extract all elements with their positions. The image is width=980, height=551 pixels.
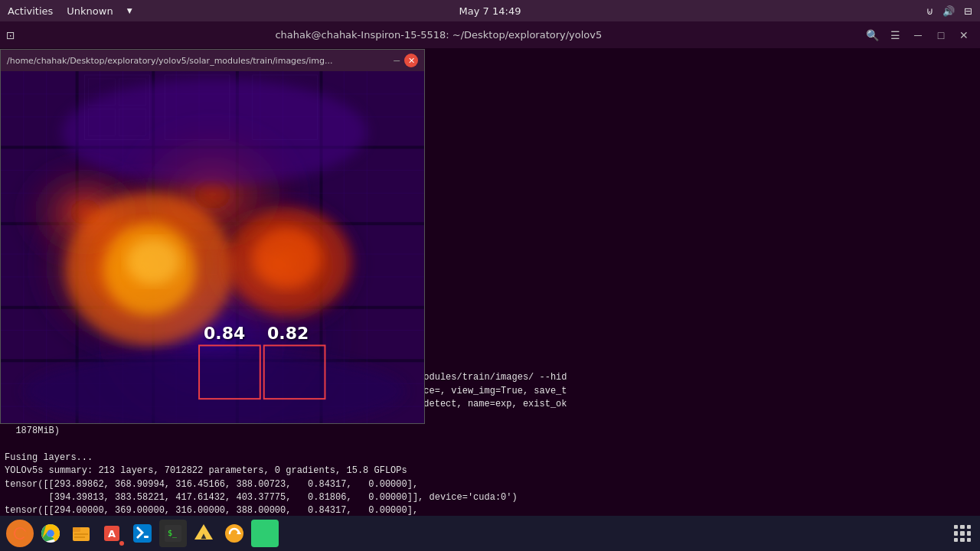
- svg-point-38: [253, 227, 322, 289]
- terminal-titlebar: ⊡ chahak@chahak-Inspiron-15-5518: ~/Desk…: [0, 21, 980, 49]
- battery-icon[interactable]: ⊟: [964, 5, 972, 17]
- conda-icon: ▲: [193, 523, 214, 544]
- svg-point-53: [47, 530, 54, 536]
- terminal-title: chahak@chahak-Inspiron-15-5518: ~/Deskto…: [15, 29, 862, 41]
- taskbar-conda[interactable]: ▲: [190, 520, 217, 547]
- taskbar-update[interactable]: [220, 520, 248, 547]
- app-dropdown-arrow[interactable]: ▼: [127, 7, 132, 15]
- taskbar-firefox[interactable]: [6, 520, 34, 547]
- maximize-button[interactable]: □: [931, 28, 951, 43]
- update-icon: [224, 523, 245, 544]
- grid-dot: [960, 538, 964, 542]
- grid-dot: [967, 531, 971, 535]
- terminal-icon: $_: [164, 524, 182, 543]
- terminal-icon: ⊡: [6, 29, 15, 41]
- activities-label[interactable]: Activities: [8, 5, 53, 17]
- grid-dot: [954, 525, 958, 529]
- grid-dot: [960, 531, 964, 535]
- svg-point-39: [62, 79, 368, 185]
- sound-icon[interactable]: 🔊: [942, 5, 955, 17]
- taskbar-terminal[interactable]: $_: [159, 520, 187, 547]
- image-path: /home/chahak/Desktop/exploratory/yolov5/…: [7, 56, 394, 66]
- svg-text:A: A: [108, 528, 116, 540]
- system-topbar: Activities Unknown ▼ May 7 14:49 ⊍ 🔊 ⊟: [0, 0, 980, 21]
- detection-label-2: 0.82: [267, 324, 309, 343]
- svg-text:▲: ▲: [201, 532, 207, 540]
- network-icon[interactable]: ⊍: [926, 5, 934, 17]
- svg-rect-56: [74, 533, 88, 535]
- software-icon: A: [101, 523, 122, 544]
- main-area: [tensor( device='cuda:0') [tensor( devic…: [0, 49, 980, 551]
- taskbar: A $_ ▲: [0, 516, 980, 551]
- grid-dot: [954, 538, 958, 542]
- svg-rect-57: [74, 536, 85, 538]
- svg-rect-61: [144, 536, 149, 538]
- taskbar-chrome[interactable]: [37, 520, 64, 547]
- close-button[interactable]: ✕: [954, 28, 974, 43]
- grid-dot: [960, 525, 964, 529]
- menu-button[interactable]: ☰: [885, 28, 905, 43]
- topbar-datetime: May 7 14:49: [459, 5, 521, 17]
- titlebar-controls[interactable]: 🔍 ☰ ─ □ ✕: [862, 28, 974, 43]
- image-viewer-close-button[interactable]: ✕: [404, 54, 418, 67]
- svg-point-36: [126, 239, 180, 285]
- chrome-icon: [40, 523, 61, 544]
- titlebar-left-icons: ⊡: [6, 29, 15, 41]
- grid-dot: [967, 538, 971, 542]
- search-button[interactable]: 🔍: [862, 28, 882, 43]
- svg-rect-68: [256, 525, 273, 542]
- viewer-minimize[interactable]: ─: [394, 55, 400, 67]
- minimize-button[interactable]: ─: [908, 28, 928, 43]
- taskbar-software[interactable]: A: [98, 520, 126, 547]
- topbar-right: ⊍ 🔊 ⊟: [926, 5, 972, 17]
- thermal-heatmap: [1, 71, 424, 423]
- taskbar-active-terminal[interactable]: [251, 520, 279, 547]
- image-viewer: /home/chahak/Desktop/exploratory/yolov5/…: [0, 49, 425, 424]
- grid-dot: [967, 525, 971, 529]
- software-badge: [119, 541, 124, 546]
- thermal-canvas: 0.84 0.82: [1, 71, 424, 423]
- taskbar-files[interactable]: [67, 520, 95, 547]
- vscode-icon: [132, 523, 153, 544]
- apps-grid-button[interactable]: [951, 522, 974, 545]
- svg-text:$_: $_: [168, 529, 178, 538]
- topbar-left: Activities Unknown ▼: [8, 5, 132, 17]
- detection-label-1: 0.84: [204, 324, 245, 343]
- taskbar-right: [951, 522, 974, 545]
- app-name-label[interactable]: Unknown: [67, 5, 113, 17]
- taskbar-vscode[interactable]: [129, 520, 156, 547]
- active-terminal-icon: [256, 525, 273, 542]
- firefox-icon: [11, 524, 29, 543]
- image-viewer-titlebar: /home/chahak/Desktop/exploratory/yolov5/…: [1, 50, 424, 71]
- files-icon: [70, 523, 92, 544]
- grid-dot: [954, 531, 958, 535]
- svg-rect-55: [73, 527, 80, 532]
